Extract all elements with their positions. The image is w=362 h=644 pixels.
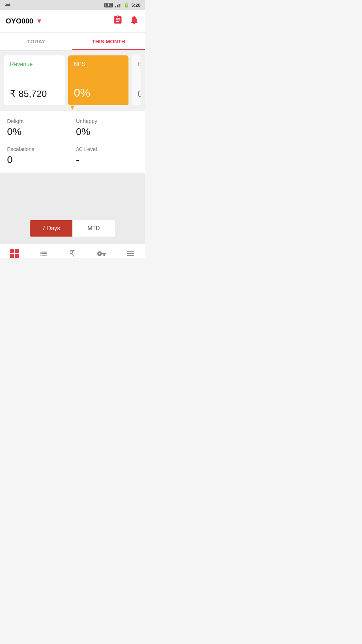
home-icon — [10, 249, 19, 258]
toggle-7days[interactable]: 7 Days — [30, 220, 72, 237]
cards-section: Revenue ₹ 85,720 NPS 0% E 0 ▼ — [0, 50, 145, 111]
nav-item-utilities[interactable]: Utilities — [120, 249, 141, 258]
header: OYO000 ▼ — [0, 10, 145, 33]
battery-icon: 🔋 — [124, 2, 129, 8]
stat-delight: Delight 0% — [7, 118, 69, 137]
bookings-icon — [39, 249, 48, 258]
stat-3c-level: 3C Level - — [76, 146, 138, 166]
escalations-label: Escalations — [7, 146, 69, 152]
bell-icon[interactable] — [129, 15, 139, 27]
nav-item-home[interactable]: Home — [4, 249, 25, 258]
pricing-rupee-icon: ₹ — [70, 249, 75, 258]
tabs: TODAY THIS MONTH — [0, 33, 145, 50]
utilities-icon — [126, 249, 135, 258]
toggle-row: 7 Days MTD — [30, 220, 115, 237]
nps-card[interactable]: NPS 0% — [68, 55, 128, 105]
hotel-selector[interactable]: OYO000 ▼ — [6, 17, 43, 25]
toggle-mtd[interactable]: MTD — [72, 220, 115, 237]
partial-value: 0 — [138, 88, 141, 99]
nav-item-rooms[interactable]: Rooms — [91, 249, 112, 258]
header-icons — [113, 15, 139, 27]
unhappy-label: Unhappy — [76, 118, 138, 124]
status-bar-left — [4, 1, 11, 9]
revenue-label: Revenue — [10, 61, 59, 67]
stat-unhappy: Unhappy 0% — [76, 118, 138, 137]
3c-level-label: 3C Level — [76, 146, 138, 152]
chevron-down-icon: ▼ — [36, 17, 43, 25]
stats-grid: Delight 0% Unhappy 0% Escalations 0 3C L… — [7, 118, 138, 166]
revenue-card[interactable]: Revenue ₹ 85,720 — [4, 55, 65, 105]
nav-item-bookings[interactable]: Bookings — [33, 249, 54, 258]
clock: 5:26 — [131, 2, 141, 8]
delight-label: Delight — [7, 118, 69, 124]
grey-section: 7 Days MTD — [0, 173, 145, 244]
clipboard-icon[interactable] — [113, 15, 123, 27]
android-icon — [4, 1, 11, 9]
tab-this-month[interactable]: THIS MONTH — [72, 33, 145, 50]
lte-indicator: LTE — [104, 3, 113, 7]
nav-item-pricing[interactable]: ₹ Pricing — [62, 249, 83, 258]
signal-bars — [115, 2, 121, 7]
unhappy-value: 0% — [76, 126, 138, 137]
stat-escalations: Escalations 0 — [7, 146, 69, 166]
revenue-value: ₹ 85,720 — [10, 88, 59, 99]
partial-card: E 0 — [132, 55, 141, 105]
3c-level-value: - — [76, 154, 138, 166]
escalations-value: 0 — [7, 154, 69, 166]
rooms-icon — [97, 249, 106, 258]
tab-today[interactable]: TODAY — [0, 33, 72, 50]
bottom-nav: Home Bookings ₹ Pricing Rooms Utilities — [0, 244, 145, 258]
partial-label: E — [138, 61, 141, 67]
nps-label: NPS — [74, 61, 123, 67]
status-bar: LTE 🔋 5:26 — [0, 0, 145, 10]
nps-value: 0% — [74, 86, 123, 99]
cards-row: Revenue ₹ 85,720 NPS 0% E 0 — [4, 55, 141, 105]
delight-value: 0% — [7, 126, 69, 137]
status-bar-right: LTE 🔋 5:26 — [104, 2, 141, 8]
hotel-name: OYO000 — [6, 17, 33, 25]
stats-section: Delight 0% Unhappy 0% Escalations 0 3C L… — [0, 111, 145, 173]
